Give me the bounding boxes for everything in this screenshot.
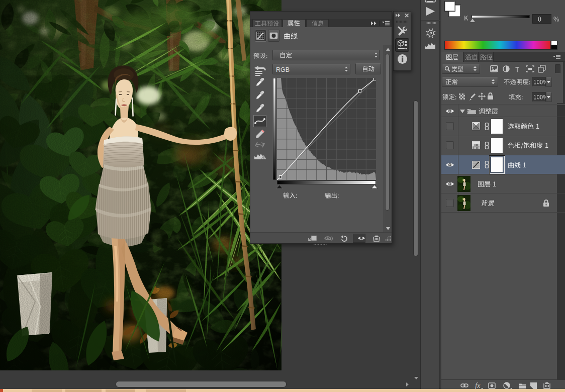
svg-text:fx: fx: [475, 381, 481, 389]
